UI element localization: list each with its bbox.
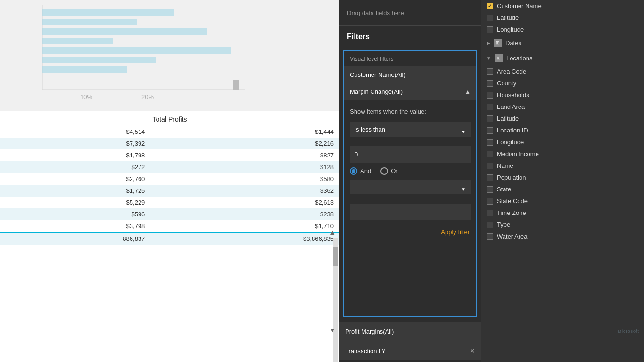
svg-rect-2: [42, 9, 174, 16]
table-cell-col1: $2,760: [0, 173, 150, 185]
table-row: $1,725$362: [0, 185, 339, 197]
field-item-population[interactable]: Population: [481, 172, 644, 183]
total-col1: 886,837: [0, 232, 150, 245]
chart-area: 10% 20% Total Profits ▲ $4,514$1,444$7,3…: [0, 0, 339, 362]
condition-select[interactable]: is less than is greater than is equal to…: [350, 122, 471, 137]
field-item-time-zone[interactable]: Time Zone: [481, 207, 644, 219]
field-label: Longitude: [497, 139, 524, 146]
field-checkbox[interactable]: [487, 15, 493, 21]
scroll-down-button[interactable]: ▼: [329, 326, 336, 334]
field-item-latitude[interactable]: Latitude: [481, 113, 644, 124]
filter-profit-margins[interactable]: Profit Margins(All): [339, 322, 481, 341]
chevron-up-icon: ▲: [465, 89, 471, 95]
filter-description: Show items when the value:: [350, 107, 471, 116]
or-label: Or: [391, 167, 397, 174]
radio-and[interactable]: And: [350, 167, 371, 175]
field-label: State: [497, 186, 511, 193]
total-col2: $3,866,835: [150, 232, 339, 245]
table-row: $4,514$1,444: [0, 126, 339, 138]
field-checkbox[interactable]: [487, 233, 493, 240]
field-label: Time Zone: [497, 209, 526, 216]
and-label: And: [360, 167, 371, 174]
close-icon[interactable]: ✕: [470, 347, 475, 354]
field-checkbox[interactable]: [487, 186, 493, 193]
field-item-name[interactable]: Name: [481, 160, 644, 172]
filter-customer-name[interactable]: Customer Name(All): [344, 66, 476, 83]
fields-panel: Customer Name Latitude Longitude ▶ ⊞ Dat…: [481, 0, 644, 362]
table-cell-col1: $1,725: [0, 185, 150, 197]
field-label: Location ID: [497, 127, 528, 134]
field-checkbox[interactable]: [487, 115, 493, 122]
field-item-customer-name[interactable]: Customer Name: [481, 0, 644, 12]
scrollbar-track[interactable]: [333, 238, 338, 362]
svg-rect-5: [42, 38, 113, 44]
field-checkbox[interactable]: [487, 3, 493, 9]
field-item-latitude[interactable]: Latitude: [481, 12, 644, 24]
field-checkbox[interactable]: [487, 80, 493, 87]
drag-area-text: Drag data fields here: [347, 9, 404, 16]
field-label: Households: [497, 91, 529, 99]
drag-area: Drag data fields here: [339, 0, 481, 26]
field-checkbox[interactable]: [487, 151, 493, 157]
field-checkbox[interactable]: [487, 163, 493, 169]
field-label: State Code: [497, 197, 528, 205]
table-row: $596$238: [0, 208, 339, 220]
condition-select2[interactable]: [350, 180, 471, 194]
radio-or[interactable]: Or: [380, 167, 397, 175]
table-cell-col1: $3,798: [0, 220, 150, 232]
field-item-land-area[interactable]: Land Area: [481, 101, 644, 113]
filter-profit-margins-label: Profit Margins(All): [345, 328, 394, 335]
scrollbar-thumb[interactable]: [333, 247, 338, 266]
chart-panel: 10% 20% Total Profits ▲ $4,514$1,444$7,3…: [0, 0, 339, 362]
field-checkbox[interactable]: [487, 127, 493, 134]
apply-filter-button[interactable]: Apply filter: [441, 227, 470, 238]
field-checkbox[interactable]: [487, 104, 493, 110]
filters-header: Filters: [339, 26, 481, 46]
field-label: Water Area: [497, 233, 528, 240]
field-checkbox[interactable]: [487, 92, 493, 99]
svg-rect-8: [42, 66, 127, 73]
field-item-water-area[interactable]: Water Area: [481, 230, 644, 242]
filter-margin-change[interactable]: Margin Change(All) ▲: [344, 83, 476, 100]
field-checkbox[interactable]: [487, 210, 493, 216]
scroll-up-button[interactable]: ▲: [329, 229, 336, 236]
field-checkbox[interactable]: [487, 198, 493, 205]
section-header-locations[interactable]: ▼ ⊞ Locations: [481, 50, 644, 66]
field-checkbox[interactable]: [487, 68, 493, 75]
field-item-households[interactable]: Households: [481, 89, 644, 101]
field-checkbox[interactable]: [487, 222, 493, 228]
svg-rect-11: [233, 80, 239, 90]
table-cell-col2: $2,613: [150, 197, 339, 208]
field-item-area-code[interactable]: Area Code: [481, 66, 644, 77]
field-checkbox[interactable]: [487, 174, 493, 181]
field-item-type[interactable]: Type: [481, 219, 644, 230]
field-item-state[interactable]: State: [481, 183, 644, 195]
field-checkbox[interactable]: [487, 26, 493, 33]
radio-or-btn[interactable]: [380, 167, 388, 175]
radio-and-btn[interactable]: [350, 167, 357, 175]
table-icon: ⊞: [494, 39, 502, 47]
table-cell-col2: $128: [150, 161, 339, 173]
filter-margin-change-label: Margin Change(All): [350, 88, 403, 95]
table-cell-col2: $2,216: [150, 138, 339, 149]
chevron-down-icon: ▼: [487, 56, 491, 61]
svg-rect-6: [42, 47, 231, 54]
visual-level-label: Visual level filters: [344, 51, 476, 66]
field-item-location-id[interactable]: Location ID: [481, 124, 644, 136]
section-label: Locations: [506, 55, 533, 62]
table-cell-col1: $1,798: [0, 149, 150, 161]
table-cell-col2: $238: [150, 208, 339, 220]
field-item-state-code[interactable]: State Code: [481, 195, 644, 207]
table-row: $1,798$827: [0, 149, 339, 161]
section-header-dates[interactable]: ▶ ⊞ Dates: [481, 35, 644, 50]
field-item-longitude[interactable]: Longitude: [481, 136, 644, 148]
field-checkbox[interactable]: [487, 139, 493, 146]
value-input2[interactable]: [350, 204, 471, 220]
table-cell-col2: $827: [150, 149, 339, 161]
value-input[interactable]: [350, 146, 471, 163]
field-item-county[interactable]: County: [481, 77, 644, 89]
table-cell-col1: $7,392: [0, 138, 150, 149]
filter-transaction-ly[interactable]: Transaction LY ✕: [339, 341, 481, 360]
field-item-longitude[interactable]: Longitude: [481, 24, 644, 35]
field-item-median-income[interactable]: Median Income: [481, 148, 644, 160]
